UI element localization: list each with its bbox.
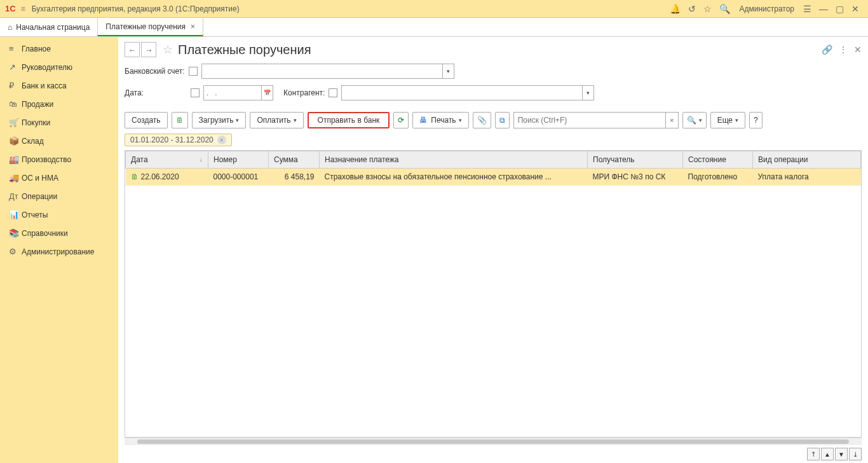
sidebar-item-label: Банк и касса [22, 81, 67, 90]
send-to-bank-button[interactable]: Отправить в банк [308, 112, 390, 128]
nav-last-icon[interactable]: ⤓ [849, 448, 862, 460]
restore-icon[interactable]: ▢ [836, 4, 844, 14]
clear-filter-icon[interactable]: × [217, 135, 226, 144]
pay-button[interactable]: Оплатить▾ [250, 112, 303, 128]
favorite-star-icon[interactable]: ☆ [163, 43, 173, 57]
sidebar-item-directories[interactable]: 📚Справочники [0, 224, 118, 242]
date-filter-chip[interactable]: 01.01.2020 - 31.12.2020 × [125, 134, 232, 146]
more-button[interactable]: Еще▾ [710, 112, 745, 128]
factory-icon: 🏭 [9, 155, 22, 164]
user-label[interactable]: Администратор [739, 4, 794, 13]
history-icon[interactable]: ↺ [688, 4, 696, 14]
link-icon[interactable]: 🔗 [822, 45, 832, 55]
menu-icon: ≡ [9, 44, 22, 53]
nav-back-button[interactable]: ← [125, 42, 140, 57]
col-number[interactable]: Номер [208, 151, 269, 169]
horizontal-scrollbar[interactable] [125, 438, 862, 445]
create-button[interactable]: Создать [125, 112, 168, 128]
close-page-icon[interactable]: ✕ [854, 45, 862, 55]
tab-label: Начальная страница [16, 23, 90, 32]
sidebar-item-warehouse[interactable]: 📦Склад [0, 132, 118, 150]
cell-op-type: Уплата налога [753, 169, 861, 186]
refresh-button[interactable]: ⟳ [393, 112, 409, 128]
date-checkbox[interactable] [191, 88, 200, 97]
col-date[interactable]: Дата↓ [126, 151, 208, 169]
close-window-icon[interactable]: ✕ [851, 4, 859, 14]
content-area: ← → ☆ Платежные поручения 🔗 ⋮ ✕ Банковск… [118, 37, 868, 463]
col-recipient[interactable]: Получатель [588, 151, 683, 169]
counterparty-input[interactable] [341, 85, 583, 100]
col-sum[interactable]: Сумма [269, 151, 320, 169]
sidebar-item-label: Отчеты [22, 211, 48, 219]
counterparty-label: Контрагент: [283, 88, 325, 97]
tab-label: Платежные поручения [105, 22, 186, 31]
nav-forward-button[interactable]: → [141, 42, 156, 57]
sidebar-item-main[interactable]: ≡Главное [0, 39, 118, 58]
kebab-icon[interactable]: ⋮ [839, 45, 848, 55]
search-input[interactable] [513, 112, 666, 128]
help-button[interactable]: ? [749, 112, 763, 128]
minimize-icon[interactable]: — [819, 4, 828, 14]
structure-icon: ⧉ [499, 116, 505, 125]
sidebar: ≡Главное ↗Руководителю ₽Банк и касса 🛍Пр… [0, 37, 118, 463]
sidebar-item-production[interactable]: 🏭Производство [0, 150, 118, 169]
nav-up-icon[interactable]: ▲ [821, 448, 834, 460]
sidebar-item-assets[interactable]: 🚚ОС и НМА [0, 169, 118, 187]
sidebar-item-reports[interactable]: 📊Отчеты [0, 205, 118, 224]
calendar-icon[interactable]: 📅 [262, 85, 273, 100]
page-title: Платежные поручения [178, 43, 311, 57]
settings-icon[interactable]: ☰ [803, 4, 811, 14]
sort-desc-icon: ↓ [200, 155, 203, 163]
search-icon[interactable]: 🔍 [719, 4, 730, 14]
document-icon: 🗎 [131, 172, 139, 181]
sidebar-item-label: Продажи [22, 100, 53, 109]
search-clear-icon[interactable]: × [666, 112, 679, 128]
box-icon: 📦 [9, 136, 22, 146]
star-icon[interactable]: ☆ [703, 4, 712, 14]
printer-icon: 🖶 [419, 116, 427, 125]
structure-button[interactable]: ⧉ [495, 112, 510, 128]
find-button[interactable]: 🔍▾ [682, 112, 707, 128]
nav-first-icon[interactable]: ⤒ [807, 448, 820, 460]
page-header: ← → ☆ Платежные поручения 🔗 ⋮ ✕ [125, 42, 862, 57]
sidebar-item-label: Справочники [22, 229, 68, 238]
sidebar-item-sales[interactable]: 🛍Продажи [0, 95, 118, 113]
copy-button[interactable]: 🗎 [172, 112, 188, 128]
counterparty-checkbox[interactable] [329, 88, 337, 97]
nav-down-icon[interactable]: ▼ [835, 448, 848, 460]
col-status[interactable]: Состояние [683, 151, 753, 169]
table-row[interactable]: 🗎22.06.2020 0000-000001 6 458,19 Страхов… [126, 169, 861, 186]
books-icon: 📚 [9, 228, 22, 238]
bank-account-dropdown-icon[interactable]: ▾ [443, 64, 454, 79]
tabbar: ⌂ Начальная страница Платежные поручения… [0, 18, 868, 37]
chevron-down-icon: ▾ [735, 117, 738, 123]
attach-button[interactable]: 📎 [473, 112, 491, 128]
gear-icon: ⚙ [9, 247, 22, 256]
sidebar-item-bank[interactable]: ₽Банк и касса [0, 76, 118, 95]
chart-icon: ↗ [9, 62, 22, 72]
counterparty-dropdown-icon[interactable]: ▾ [583, 85, 594, 100]
col-purpose[interactable]: Назначение платежа [320, 151, 588, 169]
hamburger-icon[interactable]: ≡ [21, 4, 25, 13]
date-input[interactable] [203, 85, 262, 100]
bank-account-input[interactable] [201, 64, 443, 79]
chevron-down-icon: ▾ [294, 117, 297, 123]
sidebar-item-admin[interactable]: ⚙Администрирование [0, 242, 118, 261]
refresh-icon: ⟳ [398, 116, 404, 125]
sidebar-item-purchases[interactable]: 🛒Покупки [0, 113, 118, 132]
print-button[interactable]: 🖶Печать▾ [412, 112, 468, 128]
sidebar-item-operations[interactable]: ДтОперации [0, 187, 118, 205]
tab-payments[interactable]: Платежные поручения × [98, 18, 203, 36]
home-icon: ⌂ [8, 23, 12, 32]
bank-account-checkbox[interactable] [189, 67, 198, 76]
sidebar-item-manager[interactable]: ↗Руководителю [0, 58, 118, 76]
bell-icon[interactable]: 🔔 [670, 4, 681, 14]
tab-home[interactable]: ⌂ Начальная страница [0, 18, 98, 36]
sidebar-item-label: Склад [22, 137, 44, 146]
load-button[interactable]: Загрузить▾ [192, 112, 247, 128]
paperclip-icon: 📎 [477, 116, 487, 125]
col-op-type[interactable]: Вид операции [753, 151, 861, 169]
tab-close-icon[interactable]: × [191, 22, 195, 31]
search-box: × [513, 112, 679, 128]
dtkt-icon: Дт [9, 191, 22, 201]
